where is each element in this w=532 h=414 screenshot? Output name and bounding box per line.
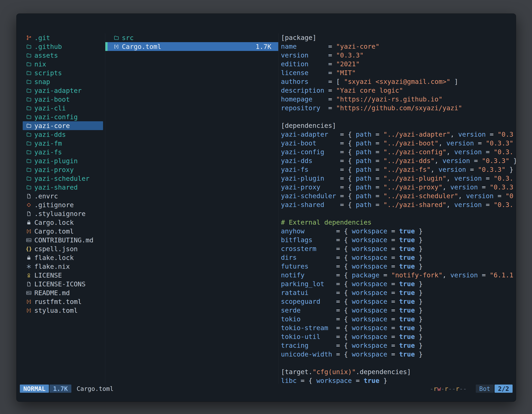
preview-line: repository = "https://github.com/sxyazi/… (281, 104, 516, 113)
folder-icon (25, 42, 33, 51)
file-name: flake.lock (34, 254, 74, 262)
file-name: rustfmt.toml (34, 298, 82, 306)
file-row[interactable]: snap (23, 77, 103, 86)
lock-icon (25, 218, 33, 227)
file-name: CONTRIBUTING.md (34, 236, 94, 244)
license-icon (25, 271, 33, 279)
lock-icon (25, 253, 33, 262)
file-row[interactable]: scripts (23, 68, 103, 77)
file-icon (25, 279, 33, 289)
folder-icon (25, 60, 33, 68)
file-name: snap (34, 78, 50, 86)
file-row[interactable]: yazi-proxy (23, 165, 103, 174)
file-row[interactable]: yazi-fs (23, 148, 103, 156)
preview-line: yazi-scheduler = { path = "../yazi-sched… (281, 192, 516, 201)
file-row[interactable]: yazi-shared (23, 183, 103, 192)
file-row[interactable]: {}cspell.json (23, 244, 103, 253)
preview-line: license = "MIT" (281, 68, 516, 77)
file-row[interactable]: nix (23, 60, 103, 68)
file-row[interactable]: yazi-scheduler (23, 174, 103, 183)
nix-icon (25, 262, 33, 271)
file-row[interactable]: .styluaignore (23, 209, 103, 218)
preview-line: # External dependencies (281, 218, 516, 227)
file-row[interactable]: README.md (23, 289, 103, 297)
file-row[interactable]: yazi-cli (23, 104, 103, 113)
file-name: yazi-proxy (34, 166, 74, 174)
preview-line: parking_lot = { workspace = true } (281, 279, 516, 289)
preview-line: unicode-width = { workspace = true } (281, 350, 516, 359)
file-row[interactable]: .gitignore (23, 201, 103, 209)
file-row[interactable]: flake.nix (23, 262, 103, 271)
folder-icon (25, 148, 33, 156)
file-name: yazi-scheduler (34, 175, 90, 183)
preview-line: notify = { package = "notify-fork", vers… (281, 271, 516, 279)
file-row[interactable]: flake.lock (23, 253, 103, 262)
status-bar: NORMAL 1.7K Cargo.toml -rw-r--r-- Bot 2/… (20, 384, 513, 393)
file-row[interactable]: stylua.toml (23, 306, 103, 315)
file-name: src (122, 34, 134, 42)
file-row[interactable]: Cargo.toml1.7K (105, 42, 278, 51)
folder-icon (25, 174, 33, 183)
preview-line: tokio = { workspace = true } (281, 315, 516, 324)
file-icon (25, 209, 33, 218)
file-name: yazi-fm (34, 139, 62, 147)
file-name: yazi-fs (34, 148, 62, 156)
folder-icon (25, 68, 33, 77)
preview-line: yazi-adapter = { path = "../yazi-adapter… (281, 130, 516, 139)
file-row[interactable]: yazi-boot (23, 95, 103, 104)
toml-icon (25, 306, 33, 315)
file-row[interactable]: yazi-config (23, 113, 103, 121)
file-row[interactable]: yazi-dds (23, 130, 103, 139)
folder-icon (25, 104, 33, 113)
status-bar-left: NORMAL 1.7K Cargo.toml (20, 385, 114, 393)
preview-line: name = "yazi-core" (281, 42, 516, 51)
file-row[interactable]: yazi-adapter (23, 86, 103, 95)
file-row[interactable]: Cargo.lock (23, 218, 103, 227)
file-row[interactable]: LICENSE (23, 271, 103, 279)
file-row[interactable]: src (105, 33, 278, 42)
toml-icon (25, 227, 33, 236)
file-name: flake.nix (34, 263, 70, 270)
preview-line: yazi-shared = { path = "../yazi-shared",… (281, 201, 516, 209)
preview-line (281, 359, 516, 367)
preview-line: tokio-util = { workspace = true } (281, 332, 516, 341)
file-icon (25, 192, 33, 201)
file-name: scripts (34, 69, 62, 77)
file-row[interactable]: rustfmt.toml (23, 297, 103, 306)
folder-icon (25, 130, 33, 139)
preview-line: edition = "2021" (281, 60, 516, 68)
file-row[interactable]: LICENSE-ICONS (23, 279, 103, 289)
folder-icon (25, 113, 33, 121)
markdown-icon (25, 236, 33, 244)
file-row[interactable]: yazi-plugin (23, 156, 103, 165)
file-row[interactable]: .github (23, 42, 103, 51)
mode-indicator: NORMAL (20, 385, 49, 393)
file-name: .github (34, 43, 62, 50)
status-bar-right: -rw-r--r-- Bot 2/2 (430, 385, 513, 393)
file-name: Cargo.toml (34, 227, 74, 235)
preview-line: ratatui = { workspace = true } (281, 289, 516, 297)
file-row[interactable]: yazi-fm (23, 139, 103, 148)
toml-icon (25, 297, 33, 306)
preview-line: anyhow = { workspace = true } (281, 227, 516, 236)
file-name: Cargo.lock (34, 219, 74, 226)
file-row[interactable]: yazi-core (23, 121, 103, 130)
file-name: nix (34, 60, 46, 68)
file-row[interactable]: .envrc (23, 192, 103, 201)
preview-line: scopeguard = { workspace = true } (281, 297, 516, 306)
yazi-file-manager-window: .git.githubassetsnixscriptssnapyazi-adap… (16, 13, 516, 402)
file-row[interactable]: Cargo.toml (23, 227, 103, 236)
file-row[interactable]: .git (23, 33, 103, 42)
file-row[interactable]: CONTRIBUTING.md (23, 236, 103, 244)
file-name: yazi-cli (34, 104, 66, 112)
file-name: yazi-adapter (34, 87, 82, 95)
preview-line: tokio-stream = { workspace = true } (281, 324, 516, 332)
preview-line: authors = [ "sxyazi <sxyazi@gmail.com>" … (281, 77, 516, 86)
file-row[interactable]: assets (23, 51, 103, 60)
gitignore-icon (25, 201, 33, 209)
folder-icon (25, 121, 33, 130)
file-name: assets (34, 52, 58, 59)
file-name: Cargo.toml (122, 43, 161, 50)
file-name: .gitignore (34, 201, 74, 209)
folder-icon (25, 95, 33, 104)
